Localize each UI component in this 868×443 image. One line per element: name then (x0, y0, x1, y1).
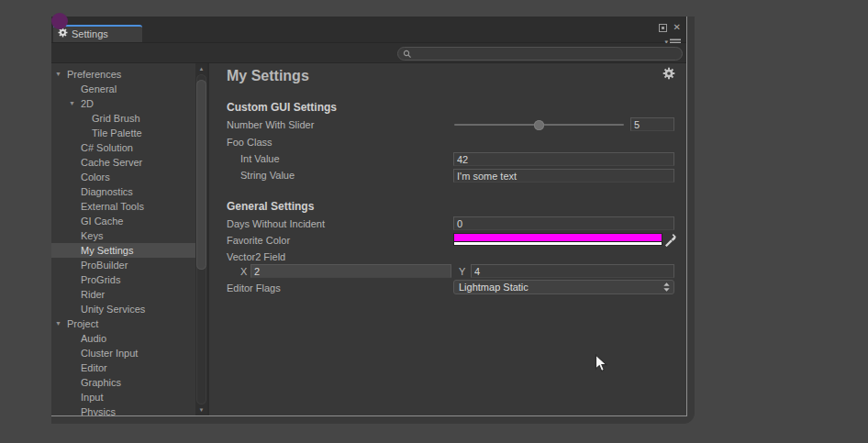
window-body: ▼PreferencesGeneral▼2DGrid BrushTile Pal… (51, 63, 686, 415)
label-string-value: String Value (240, 168, 295, 183)
settings-window-content: Settings ✕ ▾ (51, 17, 687, 416)
settings-panel: My Settings Custom GUI Set (209, 63, 686, 415)
sidebar-item-label: Audio (51, 331, 195, 346)
label-days-without-incident: Days Without Incident (227, 216, 325, 231)
sidebar-item-colors[interactable]: Colors (51, 170, 195, 184)
scrollbar-thumb[interactable] (196, 80, 206, 270)
sidebar-item-cache-server[interactable]: Cache Server (51, 155, 195, 170)
vector2-x-field[interactable] (250, 264, 451, 278)
label-int-value: Int Value (240, 151, 280, 166)
dropdown-arrows-icon (663, 282, 670, 292)
sidebar-item-c-solution[interactable]: C# Solution (51, 140, 195, 155)
sidebar-item-label: Input (51, 390, 195, 404)
close-icon[interactable]: ✕ (673, 23, 681, 32)
sidebar-item-label: Editor (51, 360, 195, 375)
sidebar-item-label: Grid Brush (51, 111, 195, 126)
sidebar-item-label: Project (51, 316, 195, 331)
sidebar-item-label: Graphics (51, 375, 195, 390)
color-alpha-bar (454, 241, 662, 245)
sidebar-item-progrids[interactable]: ProGrids (51, 272, 195, 287)
sidebar-item-2d[interactable]: ▼2D (51, 96, 195, 111)
tab-strip: Settings ✕ ▾ (51, 17, 686, 43)
page-title: My Settings (227, 68, 309, 84)
scroll-down-icon[interactable]: ▼ (195, 405, 207, 415)
label-vector2-y: Y (459, 264, 465, 279)
sidebar-item-audio[interactable]: Audio (51, 331, 195, 346)
sidebar-item-project[interactable]: ▼Project (51, 316, 195, 331)
sidebar-item-label: C# Solution (51, 140, 195, 155)
tab-settings[interactable]: Settings (53, 25, 142, 42)
sidebar-item-gi-cache[interactable]: GI Cache (51, 214, 195, 228)
sidebar-item-label: ProGrids (51, 272, 195, 287)
sidebar-item-my-settings[interactable]: My Settings (51, 243, 195, 258)
sidebar-item-physics[interactable]: Physics (51, 404, 195, 415)
window-controls: ✕ (659, 23, 681, 32)
sidebar-item-label: Rider (51, 287, 195, 302)
sidebar-item-label: My Settings (51, 243, 195, 258)
sidebar-item-label: Unity Services (51, 302, 195, 316)
toolbar (51, 43, 686, 63)
sidebar-item-graphics[interactable]: Graphics (51, 375, 195, 390)
maximize-icon[interactable] (659, 24, 667, 32)
sidebar-item-tile-palette[interactable]: Tile Palette (51, 126, 195, 140)
search-input[interactable] (415, 49, 682, 59)
sidebar-item-diagnostics[interactable]: Diagnostics (51, 184, 195, 199)
slider-thumb[interactable] (534, 120, 544, 130)
section-header-general: General Settings (227, 199, 314, 214)
number-slider[interactable] (454, 117, 624, 132)
sidebar-scrollbar[interactable]: ▲ ▼ (195, 63, 207, 415)
sidebar-item-preferences[interactable]: ▼Preferences (51, 67, 195, 82)
sidebar-item-editor[interactable]: Editor (51, 360, 195, 375)
int-value-field[interactable] (453, 152, 674, 166)
expand-triangle-icon[interactable]: ▼ (55, 316, 61, 331)
dropdown-value: Lightmap Static (459, 281, 663, 293)
tab-label: Settings (72, 27, 108, 42)
sidebar-item-cluster-input[interactable]: Cluster Input (51, 346, 195, 360)
section-header-custom-gui: Custom GUI Settings (227, 100, 337, 115)
sidebar-item-label: Preferences (51, 67, 195, 82)
sidebar-item-label: Colors (51, 170, 195, 184)
string-value-field[interactable] (453, 169, 674, 183)
sidebar-item-label: Tile Palette (51, 126, 195, 140)
record-dot-icon (51, 13, 68, 29)
sidebar-item-label: ProBuilder (51, 258, 195, 272)
sidebar-item-label: External Tools (51, 199, 195, 214)
number-with-slider-field[interactable] (630, 117, 674, 131)
sidebar-item-rider[interactable]: Rider (51, 287, 195, 302)
sidebar-item-label: Cluster Input (51, 346, 195, 360)
sidebar-item-label: GI Cache (51, 214, 195, 228)
scroll-up-icon[interactable]: ▲ (195, 64, 207, 73)
sidebar-item-label: Physics (51, 404, 195, 415)
sidebar-item-grid-brush[interactable]: Grid Brush (51, 111, 195, 126)
label-vector2-x: X (240, 264, 247, 279)
eyedropper-icon[interactable] (664, 232, 676, 247)
expand-triangle-icon[interactable]: ▼ (69, 96, 75, 111)
search-icon (403, 46, 412, 62)
days-without-incident-field[interactable] (453, 216, 674, 230)
expand-triangle-icon[interactable]: ▼ (55, 67, 61, 82)
desktop: { "window": { "tab": { "label": "Setting… (0, 0, 868, 443)
favorite-color-swatch[interactable] (453, 233, 662, 246)
sidebar-item-label: General (51, 82, 195, 96)
label-vector2-field: Vector2 Field (227, 249, 285, 264)
label-favorite-color: Favorite Color (227, 233, 290, 248)
vector2-y-field[interactable] (471, 264, 674, 278)
label-foo-class: Foo Class (227, 135, 273, 150)
sidebar-item-label: Keys (51, 228, 195, 243)
label-number-with-slider: Number With Slider (227, 117, 314, 132)
sidebar-item-keys[interactable]: Keys (51, 228, 195, 243)
settings-window: Settings ✕ ▾ (51, 17, 695, 424)
gear-icon[interactable] (662, 67, 675, 80)
sidebar-item-external-tools[interactable]: External Tools (51, 199, 195, 214)
editor-flags-dropdown[interactable]: Lightmap Static (453, 280, 674, 294)
sidebar-item-label: Diagnostics (51, 184, 195, 199)
sidebar-item-unity-services[interactable]: Unity Services (51, 302, 195, 316)
sidebar-item-probuilder[interactable]: ProBuilder (51, 258, 195, 272)
sidebar-item-input[interactable]: Input (51, 390, 195, 404)
settings-tree: ▼PreferencesGeneral▼2DGrid BrushTile Pal… (51, 63, 195, 415)
sidebar-item-label: Cache Server (51, 155, 195, 170)
label-editor-flags: Editor Flags (227, 281, 281, 295)
search-bar[interactable] (397, 47, 683, 61)
sidebar-item-general[interactable]: General (51, 82, 195, 96)
